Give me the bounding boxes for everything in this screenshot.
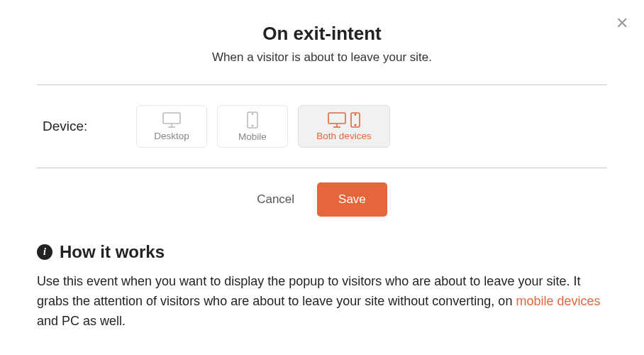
svg-point-10 xyxy=(355,124,356,126)
option-both-label: Both devices xyxy=(316,131,371,141)
modal-title: On exit-intent xyxy=(37,23,607,45)
device-label: Device: xyxy=(37,119,108,134)
device-options: Desktop Mobile xyxy=(136,105,390,148)
mobile-icon xyxy=(247,111,258,129)
mobile-devices-link[interactable]: mobile devices xyxy=(516,294,600,308)
option-desktop-label: Desktop xyxy=(154,131,189,141)
how-it-works-title: How it works xyxy=(60,242,165,262)
save-button[interactable]: Save xyxy=(317,182,387,217)
how-it-works-heading: i How it works xyxy=(37,242,607,262)
modal-subtitle: When a visitor is about to leave your si… xyxy=(37,50,607,65)
svg-point-5 xyxy=(252,113,252,114)
svg-point-4 xyxy=(252,125,253,126)
how-it-works-text: Use this event when you want to display … xyxy=(37,272,607,332)
option-mobile[interactable]: Mobile xyxy=(217,105,288,148)
svg-point-11 xyxy=(355,114,355,114)
svg-rect-0 xyxy=(163,113,180,124)
close-icon[interactable]: ✕ xyxy=(616,16,628,31)
option-both-devices[interactable]: Both devices xyxy=(298,105,390,148)
info-icon: i xyxy=(37,244,52,260)
cancel-button[interactable]: Cancel xyxy=(257,192,294,207)
how-text-after: and PC as well. xyxy=(37,314,126,328)
device-row: Device: Desktop xyxy=(37,85,607,168)
option-desktop[interactable]: Desktop xyxy=(136,105,207,148)
option-mobile-label: Mobile xyxy=(238,131,267,142)
both-devices-icon xyxy=(328,112,360,128)
how-text-before: Use this event when you want to display … xyxy=(37,274,580,308)
svg-rect-6 xyxy=(328,113,345,124)
desktop-icon xyxy=(162,112,181,128)
action-bar: Cancel Save xyxy=(37,168,607,242)
